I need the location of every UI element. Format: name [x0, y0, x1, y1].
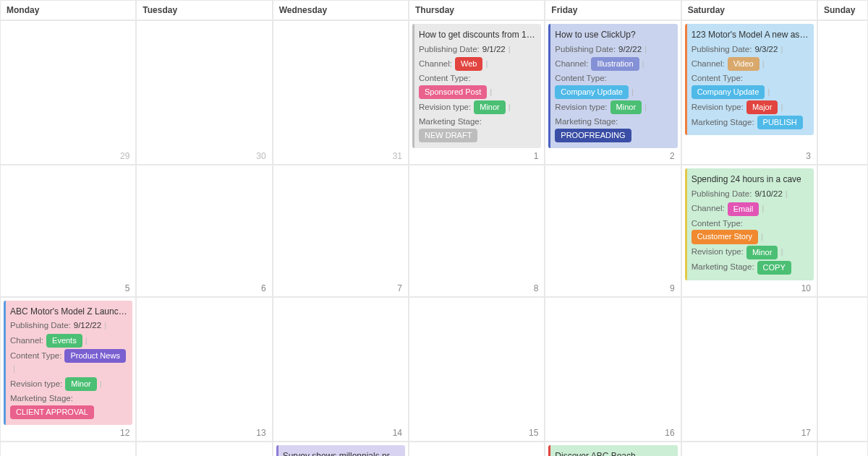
day-cell[interactable]: 31 — [273, 20, 409, 165]
pill-content-type: Company Update — [555, 85, 629, 99]
label-ctype: Content Type: — [692, 219, 743, 228]
day-cell[interactable]: 24 — [681, 442, 817, 456]
day-cell[interactable]: 9 — [545, 165, 681, 296]
day-cell[interactable] — [817, 297, 868, 442]
day-cell[interactable]: 123 Motor's Model A new assembly line Pu… — [681, 20, 817, 165]
day-cell[interactable]: 6 — [136, 165, 272, 296]
day-number: 5 — [125, 283, 130, 293]
day-number: 14 — [393, 428, 402, 438]
event-title: Discover ABC Beach — [555, 449, 673, 456]
day-cell[interactable]: 13 — [136, 297, 272, 442]
label-pubdate: Publishing Date: — [555, 45, 616, 53]
label-ctype: Content Type: — [555, 74, 606, 82]
day-cell[interactable]: 15 — [409, 297, 545, 442]
event-title: 123 Motor's Model A new assembly line — [692, 28, 809, 42]
event-card[interactable]: ABC Motor's Model Z Launch Event Publish… — [4, 301, 132, 425]
day-number: 9 — [670, 283, 675, 293]
label-revision: Revision type: — [10, 379, 62, 388]
day-cell[interactable]: 30 — [136, 20, 272, 165]
day-header-friday: Friday — [545, 0, 681, 20]
day-cell[interactable]: 7 — [273, 165, 409, 296]
label-revision: Revision type: — [419, 103, 471, 111]
event-card[interactable]: Spending 24 hours in a cave Publishing D… — [685, 168, 814, 280]
event-card[interactable]: 123 Motor's Model A new assembly line Pu… — [685, 24, 814, 135]
day-number: 10 — [801, 283, 811, 293]
event-date: 9/10/22 — [754, 189, 782, 198]
pill-stage: COPY — [757, 261, 791, 275]
event-title: How to get discounts from 123 Mart? — [419, 28, 537, 42]
day-cell[interactable]: How to use ClickUp? Publishing Date:9/2/… — [545, 20, 681, 165]
label-channel: Channel: — [419, 59, 452, 68]
pill-stage: NEW DRAFT — [419, 129, 477, 142]
pill-channel: Email — [728, 202, 760, 216]
label-stage: Marketing Stage: — [419, 117, 482, 126]
label-revision: Revision type: — [555, 103, 607, 111]
day-header-monday: Monday — [0, 0, 136, 20]
day-number: 12 — [120, 428, 129, 438]
day-cell[interactable]: Spending 24 hours in a cave Publishing D… — [681, 165, 817, 296]
event-title: Survey shows millennials prefer electric — [283, 449, 401, 456]
day-number: 29 — [120, 151, 129, 161]
day-header-wednesday: Wednesday — [273, 0, 409, 20]
calendar-grid: Monday Tuesday Wednesday Thursday Friday… — [0, 0, 868, 456]
label-pubdate: Publishing Date: — [419, 45, 480, 53]
event-card[interactable]: Discover ABC Beach Publishing Date:9/23/… — [548, 445, 677, 456]
day-cell[interactable]: 20 — [136, 442, 272, 456]
pill-channel: Events — [46, 334, 82, 348]
pill-revision: Minor — [65, 377, 97, 391]
pill-revision: Minor — [474, 100, 506, 114]
pill-content-type: Product News — [64, 349, 125, 363]
day-cell[interactable]: 8 — [409, 165, 545, 296]
label-revision: Revision type: — [692, 247, 744, 256]
label-pubdate: Publishing Date: — [692, 189, 752, 198]
event-date: 9/12/22 — [74, 321, 101, 330]
label-channel: Channel: — [555, 59, 588, 68]
label-ctype: Content Type: — [10, 351, 61, 360]
day-number: 3 — [806, 151, 811, 161]
day-cell[interactable]: 29 — [0, 20, 136, 165]
day-cell[interactable]: How to get discounts from 123 Mart? Publ… — [409, 20, 545, 165]
day-cell[interactable]: 5 — [0, 165, 136, 296]
day-cell[interactable] — [817, 20, 868, 165]
label-pubdate: Publishing Date: — [692, 45, 752, 53]
event-title: Spending 24 hours in a cave — [692, 173, 809, 186]
day-cell[interactable]: ABC Motor's Model Z Launch Event Publish… — [0, 297, 136, 442]
day-cell[interactable]: 17 — [681, 297, 817, 442]
day-header-tuesday: Tuesday — [136, 0, 272, 20]
day-cell[interactable] — [817, 442, 868, 456]
pill-content-type: Customer Story — [692, 230, 758, 244]
label-stage: Marketing Stage: — [692, 262, 754, 271]
day-cell[interactable]: 19 — [0, 442, 136, 456]
event-card[interactable]: Survey shows millennials prefer electric… — [276, 445, 405, 456]
label-channel: Channel: — [10, 336, 43, 345]
day-header-thursday: Thursday — [409, 0, 545, 20]
day-number: 16 — [665, 428, 674, 438]
pill-stage: PROOFREADING — [555, 129, 631, 142]
day-cell[interactable]: Discover ABC Beach Publishing Date:9/23/… — [545, 442, 681, 456]
day-number: 1 — [534, 151, 539, 161]
day-cell[interactable]: 22 — [409, 442, 545, 456]
pill-content-type: Sponsored Post — [419, 85, 487, 99]
label-pubdate: Publishing Date: — [10, 321, 71, 330]
label-channel: Channel: — [692, 59, 725, 68]
label-stage: Marketing Stage: — [555, 117, 618, 126]
pill-revision: Minor — [746, 246, 778, 259]
day-cell[interactable] — [817, 165, 868, 296]
event-date: 9/1/22 — [482, 45, 506, 53]
label-ctype: Content Type: — [419, 74, 470, 82]
pill-stage: PUBLISH — [757, 116, 803, 129]
day-cell[interactable]: 14 — [273, 297, 409, 442]
day-number: 30 — [256, 151, 265, 161]
label-revision: Revision type: — [692, 103, 744, 111]
event-card[interactable]: How to get discounts from 123 Mart? Publ… — [412, 24, 541, 148]
day-number: 6 — [261, 283, 266, 293]
day-cell[interactable]: 16 — [545, 297, 681, 442]
day-number: 2 — [670, 151, 675, 161]
event-card[interactable]: How to use ClickUp? Publishing Date:9/2/… — [548, 24, 677, 148]
day-number: 7 — [397, 283, 402, 293]
day-header-saturday: Saturday — [681, 0, 817, 20]
label-stage: Marketing Stage: — [692, 118, 754, 126]
day-number: 17 — [801, 428, 811, 438]
day-number: 8 — [534, 283, 539, 293]
day-cell[interactable]: Survey shows millennials prefer electric… — [273, 442, 409, 456]
